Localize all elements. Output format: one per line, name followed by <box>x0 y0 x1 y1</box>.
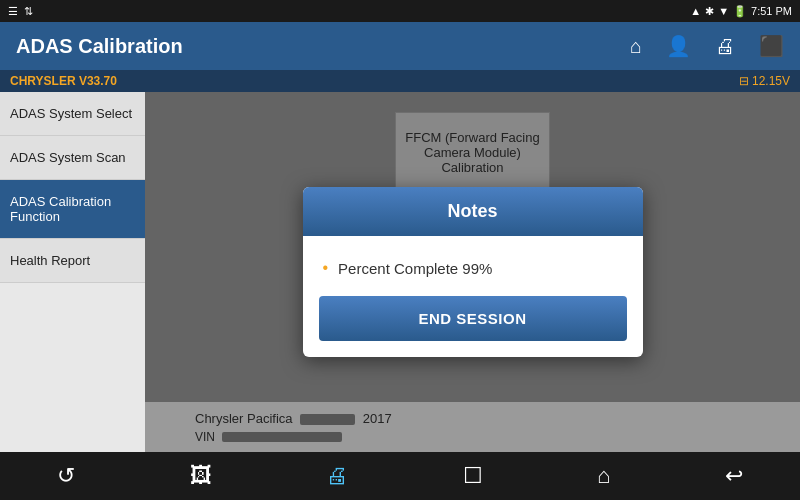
sidebar-item-adas-calibration-function[interactable]: ADAS Calibration Function <box>0 180 145 239</box>
header-icons: ⌂ 👤 🖨 ⬛ <box>630 34 784 58</box>
status-right: ▲ ✱ ▼ 🔋 7:51 PM <box>690 5 792 18</box>
home-bottom-icon[interactable]: ⌂ <box>581 455 626 497</box>
person-icon[interactable]: 👤 <box>666 34 691 58</box>
vin-line: VIN <box>195 430 392 444</box>
status-bar: ☰ ⇅ ▲ ✱ ▼ 🔋 7:51 PM <box>0 0 800 22</box>
square-icon[interactable]: ☐ <box>447 455 499 497</box>
download-icon[interactable]: ⬛ <box>759 34 784 58</box>
modal-title: Notes <box>447 201 497 221</box>
content-footer: Chrysler Pacifica 2017 VIN <box>145 402 800 452</box>
end-session-button[interactable]: END SESSION <box>319 296 627 341</box>
vin-redacted <box>222 432 342 442</box>
bluetooth-icon: ✱ <box>705 5 714 18</box>
sidebar: ADAS System Select ADAS System Scan ADAS… <box>0 92 145 452</box>
time-display: 7:51 PM <box>751 5 792 17</box>
modal-footer: END SESSION <box>303 296 643 357</box>
modal-bullet: • <box>323 259 329 277</box>
home-icon[interactable]: ⌂ <box>630 35 642 58</box>
vehicle-details: Chrysler Pacifica 2017 VIN <box>195 411 392 444</box>
vehicle-name: Chrysler Pacifica 2017 <box>195 411 392 426</box>
app-title: ADAS Calibration <box>16 35 183 58</box>
sidebar-item-health-report[interactable]: Health Report <box>0 239 145 283</box>
back-arrow-icon[interactable]: ↩ <box>709 455 759 497</box>
battery-icon: 🔋 <box>733 5 747 18</box>
status-left: ☰ ⇅ <box>8 5 33 18</box>
gallery-icon[interactable]: 🖼 <box>174 455 228 497</box>
vehicle-redacted <box>300 414 355 425</box>
sidebar-item-adas-system-scan[interactable]: ADAS System Scan <box>0 136 145 180</box>
modal-body: • Percent Complete 99% <box>303 236 643 296</box>
modal-content: Percent Complete 99% <box>338 260 492 277</box>
app-header: ADAS Calibration ⌂ 👤 🖨 ⬛ <box>0 22 800 70</box>
vehicle-version: CHRYSLER V33.70 <box>10 74 117 88</box>
battery-info: ⊟ 12.15V <box>739 74 790 88</box>
content-area: FFCM (Forward Facing Camera Module) Cali… <box>145 92 800 452</box>
sub-header: CHRYSLER V33.70 ⊟ 12.15V <box>0 70 800 92</box>
main-content: ADAS System Select ADAS System Scan ADAS… <box>0 92 800 452</box>
bottom-bar: ↺ 🖼 🖨 ☐ ⌂ ↩ <box>0 452 800 500</box>
wifi-icon: ▼ <box>718 5 729 17</box>
modal-overlay: Notes • Percent Complete 99% END SESSION <box>145 92 800 452</box>
print-icon[interactable]: 🖨 <box>715 35 735 58</box>
notes-modal: Notes • Percent Complete 99% END SESSION <box>303 187 643 357</box>
location-icon: ▲ <box>690 5 701 17</box>
signal-icon: ⇅ <box>24 5 33 18</box>
menu-icon: ☰ <box>8 5 18 18</box>
back-circle-icon[interactable]: ↺ <box>41 455 91 497</box>
sidebar-item-adas-system-select[interactable]: ADAS System Select <box>0 92 145 136</box>
modal-header: Notes <box>303 187 643 236</box>
printer-bottom-icon[interactable]: 🖨 <box>310 455 364 497</box>
